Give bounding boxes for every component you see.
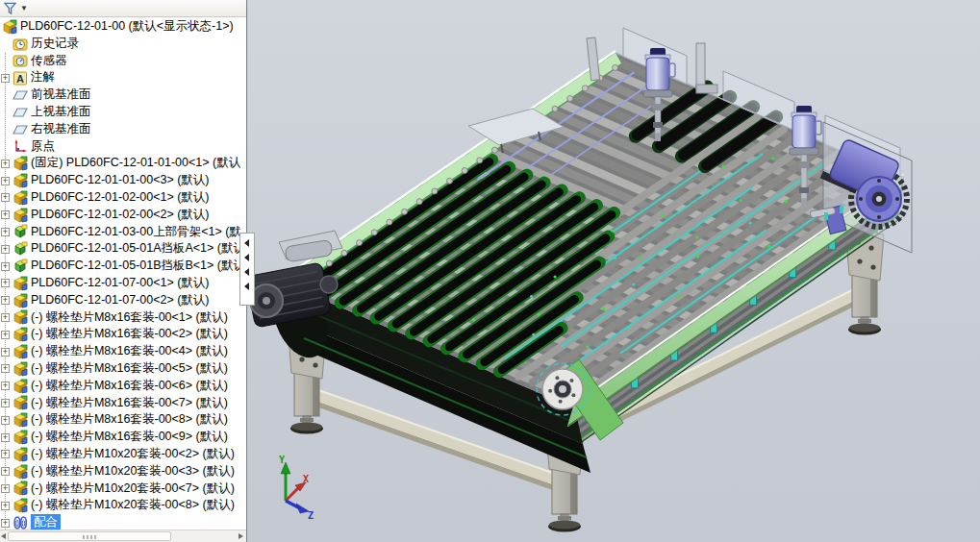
assembly-icon	[13, 430, 28, 445]
conveyor-3d-model: YXZ	[248, 0, 980, 542]
tree-item-label: (-) 螺栓垫片M10x20套装-00<2> (默认)	[31, 446, 235, 463]
tree-item-label: PLD60FC-12-01-05-01A挡板A<1> (默认	[31, 240, 245, 258]
expand-toggle[interactable]	[1, 262, 10, 271]
tree-item-label: (-) 螺栓垫片M8x16套装-00<1> (默认)	[31, 309, 228, 327]
tree-item[interactable]: PLD60FC-12-01-00 (默认<显示状态-1>)	[0, 18, 247, 36]
tree-item[interactable]: 前视基准面	[0, 86, 247, 104]
assembly-icon	[13, 309, 28, 325]
tree-item[interactable]: PLD60FC-12-01-02-00<2> (默认)	[0, 207, 247, 224]
expand-toggle[interactable]	[1, 313, 10, 322]
tree-item[interactable]: (-) 螺栓垫片M8x16套装-00<6> (默认)	[0, 378, 247, 395]
tree-item-label: PLD60FC-12-01-07-00<1> (默认)	[31, 275, 210, 292]
tree-item-label: 注解	[31, 69, 55, 86]
expand-toggle[interactable]	[1, 210, 10, 219]
expand-toggle[interactable]	[1, 348, 10, 357]
tree-item[interactable]: PLD60FC-12-01-05-01A挡板A<1> (默认	[0, 240, 247, 258]
tree-item[interactable]: 右视基准面	[0, 121, 247, 138]
expand-toggle[interactable]	[1, 228, 10, 236]
expand-toggle[interactable]	[1, 502, 10, 510]
tree-item[interactable]: PLD60FC-12-01-02-00<1> (默认)	[0, 189, 247, 207]
expand-toggle[interactable]	[1, 296, 10, 305]
y-axis-label: Y	[279, 455, 285, 465]
scroll-left-arrow-icon[interactable]	[1, 533, 6, 539]
tree-item-label: PLD60FC-12-01-01-00<3> (默认)	[31, 172, 210, 189]
z-axis-label: Z	[308, 510, 314, 521]
tree-item-label: PLD60FC-12-01-02-00<2> (默认)	[31, 207, 210, 224]
assembly-icon	[13, 344, 28, 359]
tree-item[interactable]: 上视基准面	[0, 104, 247, 121]
graphics-area[interactable]: YXZ	[248, 0, 980, 542]
expand-toggle[interactable]	[1, 433, 10, 442]
expand-toggle[interactable]	[1, 450, 10, 458]
scroll-right-arrow-icon[interactable]	[239, 533, 243, 539]
expand-toggle[interactable]	[1, 279, 10, 287]
tree-item-label: 配合	[31, 514, 61, 530]
tree-item[interactable]: (-) 螺栓垫片M10x20套装-00<2> (默认)	[0, 446, 247, 463]
tree-item-label: PLD60FC-12-01-02-00<1> (默认)	[31, 189, 210, 207]
tree-item[interactable]: 配合	[0, 514, 247, 530]
tree-item[interactable]: (-) 螺栓垫片M8x16套装-00<7> (默认)	[0, 395, 247, 412]
tree-item[interactable]: PLD60FC-12-01-07-00<2> (默认)	[0, 292, 247, 309]
tree-item[interactable]: 传感器	[0, 53, 247, 70]
tree-item[interactable]: PLD60FC-12-01-05-01B挡板B<1> (默认	[0, 258, 247, 275]
feature-tree-filter-bar[interactable]: ▼	[0, 0, 246, 17]
scrollbar-grip	[83, 535, 96, 539]
overflow-arrow-icon	[244, 283, 249, 290]
plane-icon	[13, 122, 28, 137]
tree-item[interactable]: 注解	[0, 69, 247, 86]
tree-item-label: (-) 螺栓垫片M10x20套装-00<8> (默认)	[31, 497, 235, 514]
expand-toggle[interactable]	[1, 416, 10, 425]
expand-toggle[interactable]	[1, 177, 10, 185]
expand-toggle[interactable]	[1, 519, 10, 528]
expand-toggle[interactable]	[1, 193, 10, 202]
expand-toggle[interactable]	[1, 160, 10, 168]
tree-item[interactable]: 原点	[0, 138, 247, 156]
tree-item[interactable]: (-) 螺栓垫片M10x20套装-00<8> (默认)	[0, 497, 247, 514]
feature-tree: PLD60FC-12-01-00 (默认<显示状态-1>) 历史记录 传感器 注…	[0, 18, 247, 530]
assembly-icon	[13, 498, 28, 513]
tree-item[interactable]: PLD60FC-12-01-07-00<1> (默认)	[0, 275, 247, 292]
scrollbar-thumb[interactable]	[8, 531, 171, 541]
tree-item[interactable]: PLD60FC-12-01-03-00上部骨架<1> (默	[0, 224, 247, 241]
assembly-icon	[13, 208, 28, 223]
tree-item[interactable]: (-) 螺栓垫片M8x16套装-00<2> (默认)	[0, 326, 247, 343]
tree-item[interactable]: (-) 螺栓垫片M10x20套装-00<3> (默认)	[0, 463, 247, 480]
expand-toggle[interactable]	[1, 399, 10, 407]
expand-toggle[interactable]	[1, 467, 10, 476]
x-axis-label: X	[303, 474, 309, 484]
expand-toggle[interactable]	[1, 484, 10, 493]
assembly-icon	[13, 480, 28, 496]
tree-item-label: PLD60FC-12-01-00 (默认<显示状态-1>)	[20, 18, 234, 36]
text-overflow-indicator	[239, 233, 255, 306]
tree-item-label: PLD60FC-12-01-05-01B挡板B<1> (默认	[31, 258, 245, 275]
assembly-icon	[13, 190, 28, 206]
tree-item[interactable]: (固定) PLD60FC-12-01-01-00<1> (默认	[0, 155, 247, 172]
tree-item-label: 原点	[31, 138, 55, 156]
chevron-down-icon[interactable]: ▼	[20, 5, 28, 12]
expand-toggle[interactable]	[1, 382, 10, 390]
tree-item-label: 传感器	[31, 53, 67, 70]
tree-item[interactable]: (-) 螺栓垫片M10x20套装-00<7> (默认)	[0, 480, 247, 498]
overflow-arrow-icon	[244, 268, 249, 276]
tree-horizontal-scrollbar[interactable]	[0, 530, 246, 542]
origin-icon	[13, 138, 28, 154]
overflow-arrow-icon	[244, 239, 249, 247]
tree-item[interactable]: (-) 螺栓垫片M8x16套装-00<5> (默认)	[0, 360, 247, 378]
tree-item-label: (-) 螺栓垫片M8x16套装-00<4> (默认)	[31, 343, 228, 360]
expand-toggle[interactable]	[1, 245, 10, 254]
assembly-icon	[13, 379, 28, 394]
tree-item[interactable]: (-) 螺栓垫片M8x16套装-00<4> (默认)	[0, 343, 247, 360]
tree-item[interactable]: PLD60FC-12-01-01-00<3> (默认)	[0, 172, 247, 189]
tree-item-label: 前视基准面	[31, 86, 91, 104]
tree-item-label: (-) 螺栓垫片M8x16套装-00<5> (默认)	[31, 360, 228, 378]
tree-item-label: PLD60FC-12-01-03-00上部骨架<1> (默	[31, 224, 241, 241]
expand-toggle[interactable]	[1, 74, 10, 83]
part-icon	[13, 259, 28, 274]
tree-item[interactable]: (-) 螺栓垫片M8x16套装-00<1> (默认)	[0, 309, 247, 327]
tree-item[interactable]: (-) 螺栓垫片M8x16套装-00<9> (默认)	[0, 429, 247, 446]
expand-toggle[interactable]	[1, 364, 10, 373]
plane-icon	[13, 87, 28, 103]
tree-item[interactable]: (-) 螺栓垫片M8x16套装-00<8> (默认)	[0, 411, 247, 429]
expand-toggle[interactable]	[1, 331, 10, 339]
tree-item[interactable]: 历史记录	[0, 36, 247, 53]
